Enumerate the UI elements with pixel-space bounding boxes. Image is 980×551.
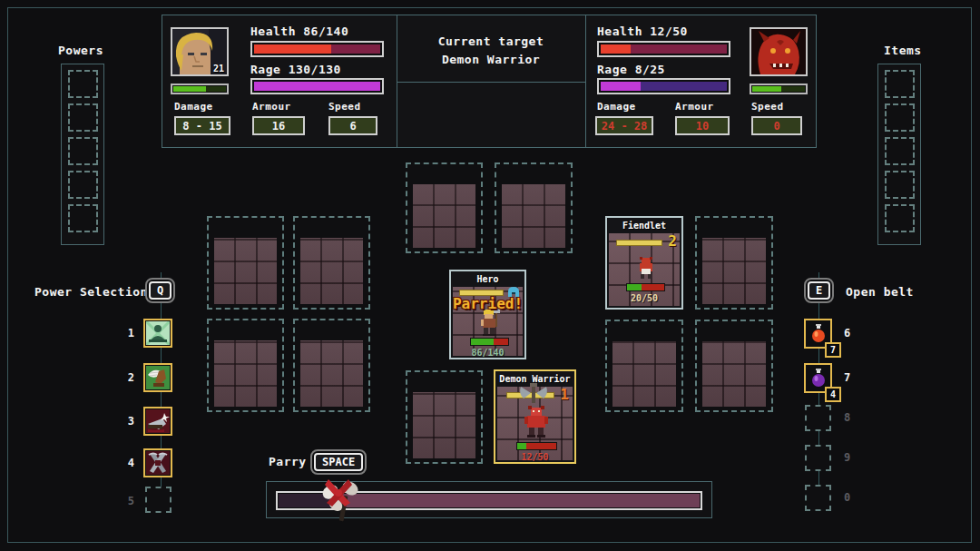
unit-demon-warrior-name: Demon Warrior bbox=[495, 374, 574, 384]
belt-slot-6-count: 7 bbox=[825, 342, 841, 358]
axe-marker-icon bbox=[518, 383, 549, 405]
grid-cell[interactable] bbox=[207, 216, 284, 310]
enemy-damage-label: Damage bbox=[597, 101, 636, 113]
powers-slot[interactable] bbox=[68, 171, 98, 199]
power-slot-1-number: 1 bbox=[122, 327, 134, 339]
enemy-xp-bar bbox=[750, 84, 808, 94]
powers-slot[interactable] bbox=[68, 103, 98, 132]
unit-fiendlet-name: Fiendlet bbox=[607, 221, 681, 231]
enemy-portrait-image bbox=[751, 29, 806, 74]
enemy-health-label: Health 12/50 bbox=[597, 25, 688, 38]
floor-tiles bbox=[214, 340, 277, 407]
target-box-divider bbox=[397, 82, 585, 83]
items-slot[interactable] bbox=[885, 204, 915, 232]
fiendlet-initiative: 2 bbox=[668, 232, 677, 250]
belt-slot-8[interactable] bbox=[805, 405, 831, 431]
items-panel bbox=[877, 64, 921, 245]
powers-slot[interactable] bbox=[68, 137, 98, 165]
powers-slot[interactable] bbox=[68, 70, 98, 98]
demon-warrior-sprite bbox=[522, 406, 551, 439]
player-portrait: 21 bbox=[171, 27, 229, 76]
grid-cell[interactable] bbox=[207, 319, 284, 412]
unit-demon-warrior[interactable]: Demon Warrior 1 12/50 bbox=[494, 369, 576, 464]
belt-slot-6-number: 6 bbox=[844, 327, 850, 339]
player-speed-value: 6 bbox=[328, 116, 377, 135]
power-slot-4-number: 4 bbox=[122, 457, 134, 469]
powers-slot[interactable] bbox=[68, 204, 98, 232]
belt-slot-9[interactable] bbox=[805, 445, 831, 471]
parry-label: Parry bbox=[269, 455, 307, 468]
grid-cell[interactable] bbox=[695, 216, 773, 310]
grid-cell[interactable] bbox=[406, 370, 483, 464]
player-rage-label: Rage 130/130 bbox=[250, 63, 341, 76]
floor-tiles bbox=[413, 392, 475, 458]
power-slot-5[interactable] bbox=[145, 487, 172, 513]
grid-cell[interactable] bbox=[605, 320, 683, 412]
fiendlet-hp-bar bbox=[626, 283, 665, 291]
floor-tiles bbox=[612, 341, 676, 407]
hero-status-text: Parried! bbox=[442, 295, 534, 312]
enemy-armour-value: 10 bbox=[675, 116, 730, 135]
player-rage-bar bbox=[250, 78, 384, 94]
belt-slot-7[interactable]: 4 bbox=[804, 363, 832, 393]
powers-title: Powers bbox=[58, 44, 103, 57]
grid-cell[interactable] bbox=[293, 319, 370, 412]
axe-strike-power-icon bbox=[146, 409, 170, 433]
floor-tiles bbox=[702, 238, 766, 304]
fiendlet-turn-bar bbox=[616, 240, 662, 246]
crossed-axes-power-icon bbox=[146, 451, 170, 475]
grid-cell[interactable] bbox=[495, 162, 573, 253]
unit-hero[interactable]: Hero Parried! 86/140 bbox=[449, 270, 526, 359]
items-slot[interactable] bbox=[885, 70, 915, 98]
floor-tiles bbox=[214, 238, 277, 304]
winged-boot-power-icon bbox=[146, 366, 170, 389]
fiendlet-sprite bbox=[635, 256, 657, 280]
items-title: Items bbox=[884, 44, 922, 57]
player-level: 21 bbox=[213, 64, 224, 74]
belt-slot-6[interactable]: 7 bbox=[804, 319, 832, 349]
power-slot-4[interactable] bbox=[143, 448, 172, 477]
player-armour-label: Armour bbox=[252, 101, 291, 113]
belt-slot-0-number: 0 bbox=[844, 491, 850, 504]
grid-cell[interactable] bbox=[695, 320, 773, 412]
parry-key[interactable]: SPACE bbox=[310, 449, 367, 475]
belt-slot-9-number: 9 bbox=[844, 451, 850, 464]
player-health-bar bbox=[250, 41, 384, 57]
player-damage-label: Damage bbox=[174, 101, 213, 113]
floor-tiles bbox=[413, 184, 475, 248]
power-slot-3[interactable] bbox=[143, 407, 172, 436]
items-slot[interactable] bbox=[885, 103, 915, 132]
demon-hp-bar bbox=[516, 442, 557, 450]
power-slot-2[interactable] bbox=[143, 363, 172, 392]
power-selection-label: Power Selection bbox=[34, 285, 148, 299]
enemy-damage-value: 24 - 28 bbox=[595, 116, 653, 135]
open-belt-key[interactable]: E bbox=[804, 278, 834, 303]
battle-screen: 21 Health 86/140 Rage 130/130 Damage 8 -… bbox=[0, 0, 980, 551]
attack-axe-icon bbox=[319, 472, 361, 525]
current-target-label: Current target bbox=[397, 34, 584, 48]
player-armour-value: 16 bbox=[252, 116, 305, 135]
fiendlet-hp-text: 20/50 bbox=[607, 293, 681, 303]
belt-slot-0[interactable] bbox=[805, 485, 831, 511]
floor-tiles bbox=[300, 340, 363, 407]
power-slot-1[interactable] bbox=[143, 319, 172, 348]
powers-panel bbox=[61, 64, 104, 245]
belt-slot-7-number: 7 bbox=[844, 371, 850, 384]
floor-tiles bbox=[502, 184, 565, 248]
unit-fiendlet[interactable]: Fiendlet 2 20/50 bbox=[605, 216, 683, 310]
power-slot-2-number: 2 bbox=[122, 371, 134, 384]
items-slot[interactable] bbox=[885, 171, 915, 199]
enemy-rage-bar bbox=[597, 78, 730, 94]
grid-cell[interactable] bbox=[293, 216, 370, 310]
hero-hp-text: 86/140 bbox=[451, 348, 524, 358]
items-slot[interactable] bbox=[885, 137, 915, 165]
demon-initiative: 1 bbox=[560, 386, 569, 403]
open-belt-label: Open belt bbox=[846, 285, 914, 299]
power-selection-key[interactable]: Q bbox=[145, 278, 175, 303]
power-slot-5-number: 5 bbox=[122, 495, 134, 507]
meditate-power-icon bbox=[146, 321, 170, 345]
power-slot-3-number: 3 bbox=[122, 415, 134, 428]
grid-cell[interactable] bbox=[406, 162, 483, 253]
floor-tiles bbox=[702, 341, 766, 407]
belt-slot-7-count: 4 bbox=[825, 387, 841, 402]
